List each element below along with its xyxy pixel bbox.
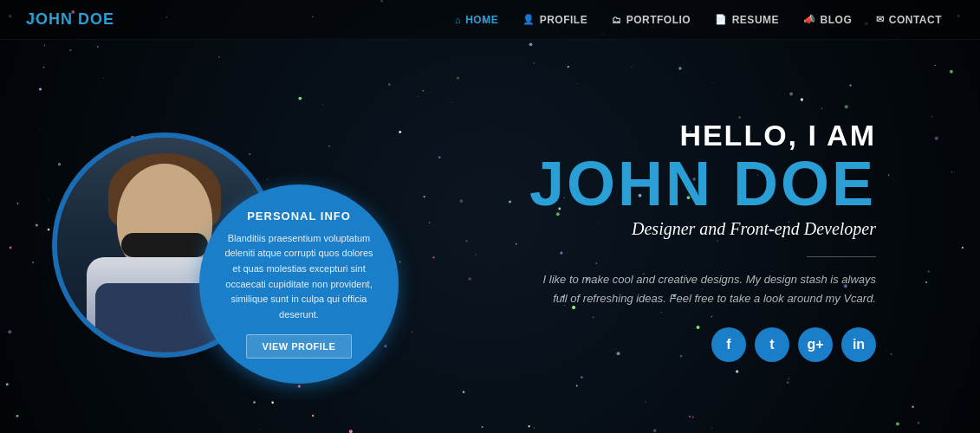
person-glasses [121,233,208,257]
google-plus-icon[interactable]: g+ [798,327,833,362]
blog-icon: 📣 [803,14,816,25]
contact-icon: ✉ [876,14,885,25]
personal-info-text: Blanditiis praesentium voluptatum deleni… [221,231,377,323]
facebook-icon[interactable]: f [711,327,746,362]
main-content: PERSONAL INFO Blanditiis praesentium vol… [0,40,980,433]
nav-links: ⌂ HOME👤 PROFILE🗂 PORTFOLIO📄 RESUME📣 BLOG… [443,14,954,26]
twitter-icon[interactable]: t [755,327,789,362]
info-bubble: PERSONAL INFO Blanditiis praesentium vol… [199,184,399,384]
hero-subtitle: Designer and Front-end Developer [381,219,876,239]
right-section: HELLO, I AM JOHN DOE Designer and Front-… [381,111,928,362]
hello-text: HELLO, I AM [381,120,876,152]
view-profile-button[interactable]: VIEW PROFILE [246,334,353,359]
nav-item-portfolio[interactable]: 🗂 PORTFOLIO [600,14,703,26]
profile-icon: 👤 [522,14,535,25]
home-icon: ⌂ [455,15,461,25]
personal-info-title: PERSONAL INFO [247,210,351,223]
nav-item-resume[interactable]: 📄 RESUME [703,14,791,26]
divider [807,256,876,257]
nav-item-contact[interactable]: ✉ CONTACT [864,14,954,26]
brand-logo[interactable]: JOHN DOE [26,10,114,29]
nav-item-home[interactable]: ⌂ HOME [443,14,510,26]
hero-name: JOHN DOE [381,152,876,215]
portfolio-icon: 🗂 [612,15,622,25]
social-icons: ftg+in [381,327,876,362]
nav-item-profile[interactable]: 👤 PROFILE [510,14,600,26]
navbar: JOHN DOE ⌂ HOME👤 PROFILE🗂 PORTFOLIO📄 RES… [0,0,980,40]
linkedin-icon[interactable]: in [841,327,876,362]
hero-description: I like to make cool and creative designs… [529,270,876,308]
left-section: PERSONAL INFO Blanditiis praesentium vol… [52,115,381,358]
nav-item-blog[interactable]: 📣 BLOG [791,14,864,26]
resume-icon: 📄 [715,14,728,25]
